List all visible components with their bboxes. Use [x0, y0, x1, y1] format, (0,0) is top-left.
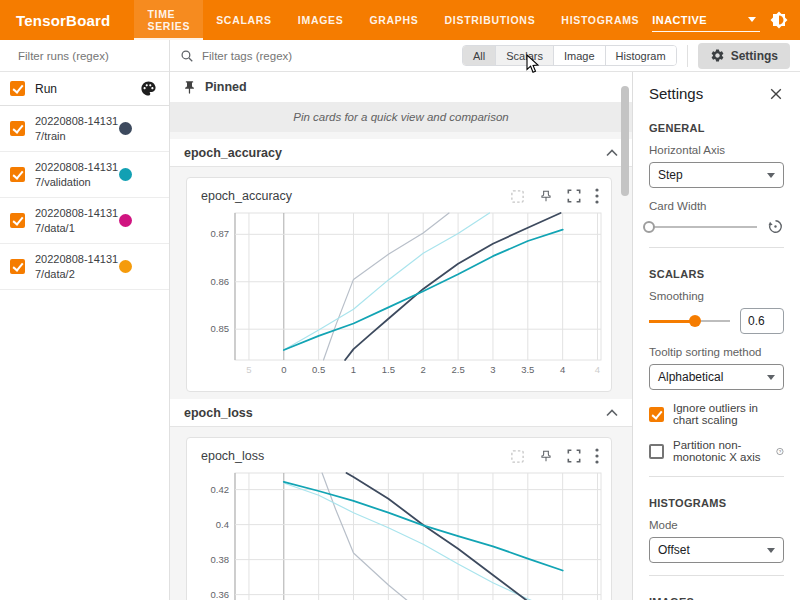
- tag-filter-input[interactable]: [202, 50, 452, 62]
- select-all-runs-checkbox[interactable]: [10, 81, 25, 96]
- svg-text:3.5: 3.5: [521, 364, 534, 375]
- chip-image[interactable]: Image: [554, 46, 606, 65]
- fullscreen-icon[interactable]: [567, 449, 581, 463]
- svg-text:1.5: 1.5: [382, 364, 395, 375]
- tensorboard-app: TensorBoard TIME SERIESSCALARSIMAGESGRAP…: [0, 0, 800, 600]
- tooltip-sorting-label: Tooltip sorting method: [649, 346, 784, 358]
- pin-icon: [182, 80, 197, 95]
- horizontal-axis-dropdown[interactable]: Step: [649, 162, 784, 188]
- section-title: epoch_accuracy: [184, 146, 606, 160]
- svg-text:4: 4: [595, 364, 600, 375]
- gear-icon: [710, 48, 725, 63]
- pinned-section-header: Pinned: [170, 72, 632, 102]
- run-checkbox[interactable]: [10, 121, 25, 136]
- tab-time-series[interactable]: TIME SERIES: [134, 0, 203, 40]
- images-heading: IMAGES: [649, 596, 784, 600]
- run-checkbox[interactable]: [10, 213, 25, 228]
- general-heading: GENERAL: [649, 122, 784, 134]
- close-icon[interactable]: [768, 86, 784, 102]
- scalar-card-epoch_loss: epoch_loss0.420.40.380.36: [186, 437, 612, 600]
- histograms-heading: HISTOGRAMS: [649, 497, 784, 509]
- more-options-icon[interactable]: [595, 448, 599, 464]
- horizontal-axis-label: Horizontal Axis: [649, 144, 784, 156]
- chevron-up-icon: [606, 409, 618, 417]
- run-label: 20220808-141317/validation: [35, 160, 119, 190]
- card-width-label: Card Width: [649, 200, 784, 212]
- svg-text:?: ?: [779, 449, 782, 454]
- pinned-title: Pinned: [205, 80, 247, 94]
- tab-images[interactable]: IMAGES: [285, 0, 357, 40]
- svg-text:0.85: 0.85: [211, 323, 230, 334]
- pin-hint-band: Pin cards for a quick view and compariso…: [170, 102, 632, 132]
- run-label: 20220808-141317/train: [35, 114, 119, 144]
- chevron-down-icon: [767, 375, 775, 380]
- svg-text:1: 1: [351, 364, 356, 375]
- fit-domain-icon[interactable]: [510, 189, 525, 204]
- run-filter[interactable]: [0, 40, 169, 72]
- partition-x-axis-label: Partition non-monotonic X axis: [673, 439, 767, 463]
- run-color-dot: [119, 122, 132, 135]
- smoothing-slider[interactable]: [649, 314, 730, 328]
- chip-histogram[interactable]: Histogram: [606, 46, 676, 65]
- reset-icon[interactable]: [767, 218, 784, 235]
- card-sections: epoch_accuracyepoch_accuracy0.850.860.87…: [170, 139, 632, 600]
- run-row[interactable]: 20220808-141317/data/1: [0, 198, 169, 244]
- card-title: epoch_accuracy: [195, 189, 510, 203]
- histogram-mode-value: Offset: [658, 543, 767, 557]
- settings-section-scalars: SCALARS Smoothing Tooltip sorting method…: [633, 256, 800, 485]
- tag-filter[interactable]: [170, 49, 462, 63]
- tooltip-sorting-dropdown[interactable]: Alphabetical: [649, 364, 784, 390]
- line-chart-epoch_accuracy[interactable]: 0.850.860.8700.511.522.533.5454: [195, 209, 603, 385]
- palette-icon[interactable]: [140, 80, 157, 97]
- ignore-outliers-checkbox-row[interactable]: Ignore outliers in chart scaling: [649, 402, 784, 426]
- svg-text:0.4: 0.4: [216, 519, 229, 530]
- tab-histograms[interactable]: HISTOGRAMS: [548, 0, 652, 40]
- run-label: 20220808-141317/data/2: [35, 252, 119, 282]
- chip-scalars[interactable]: Scalars: [496, 46, 554, 65]
- settings-section-general: GENERAL Horizontal Axis Step Card Width: [633, 110, 800, 256]
- main-scrollbar-thumb[interactable]: [621, 86, 629, 196]
- more-options-icon[interactable]: [595, 188, 599, 204]
- run-filter-input[interactable]: [18, 50, 172, 62]
- tab-scalars[interactable]: SCALARS: [203, 0, 285, 40]
- settings-section-histograms: HISTOGRAMS Mode Offset: [633, 485, 800, 584]
- tab-distributions[interactable]: DISTRIBUTIONS: [432, 0, 549, 40]
- partition-x-axis-checkbox: [649, 444, 664, 459]
- run-row[interactable]: 20220808-141317/data/2: [0, 244, 169, 290]
- settings-panel: Settings GENERAL Horizontal Axis Step Ca…: [632, 72, 800, 600]
- run-row[interactable]: 20220808-141317/train: [0, 106, 169, 152]
- toolbar-divider: [687, 45, 688, 67]
- chip-all[interactable]: All: [463, 46, 496, 65]
- tab-graphs[interactable]: GRAPHS: [356, 0, 431, 40]
- partition-x-axis-checkbox-row[interactable]: Partition non-monotonic X axis ?: [649, 439, 784, 463]
- fit-domain-icon[interactable]: [510, 449, 525, 464]
- cards-scroll-area: Pinned Pin cards for a quick view and co…: [170, 72, 632, 600]
- app-header: TensorBoard TIME SERIESSCALARSIMAGESGRAP…: [0, 0, 800, 40]
- svg-text:0.86: 0.86: [211, 276, 230, 287]
- section-header-epoch_loss[interactable]: epoch_loss: [170, 399, 632, 427]
- plugin-filter-chips: AllScalarsImageHistogram: [462, 45, 677, 66]
- help-icon[interactable]: ?: [776, 445, 784, 458]
- run-row[interactable]: 20220808-141317/validation: [0, 152, 169, 198]
- runs-sidebar: Run 20220808-141317/train20220808-141317…: [0, 40, 170, 600]
- run-column-label: Run: [35, 82, 140, 96]
- card-width-slider[interactable]: [649, 220, 757, 234]
- run-list: 20220808-141317/train20220808-141317/val…: [0, 106, 169, 290]
- svg-text:0.87: 0.87: [211, 228, 230, 239]
- pin-card-icon[interactable]: [539, 449, 553, 463]
- run-checkbox[interactable]: [10, 167, 25, 182]
- settings-button[interactable]: Settings: [698, 43, 790, 69]
- line-chart-epoch_loss[interactable]: 0.420.40.380.36: [195, 469, 603, 600]
- svg-text:0.36: 0.36: [211, 589, 230, 600]
- status-dropdown[interactable]: INACTIVE: [652, 8, 760, 32]
- section-header-epoch_accuracy[interactable]: epoch_accuracy: [170, 139, 632, 167]
- fullscreen-icon[interactable]: [567, 189, 581, 203]
- run-color-dot: [119, 214, 132, 227]
- theme-brightness-toggle-button[interactable]: [767, 8, 791, 32]
- pin-card-icon[interactable]: [539, 189, 553, 203]
- smoothing-value-input[interactable]: [740, 308, 784, 334]
- card-actions: [510, 448, 603, 464]
- settings-panel-title: Settings: [649, 85, 768, 102]
- histogram-mode-dropdown[interactable]: Offset: [649, 537, 784, 563]
- run-checkbox[interactable]: [10, 259, 25, 274]
